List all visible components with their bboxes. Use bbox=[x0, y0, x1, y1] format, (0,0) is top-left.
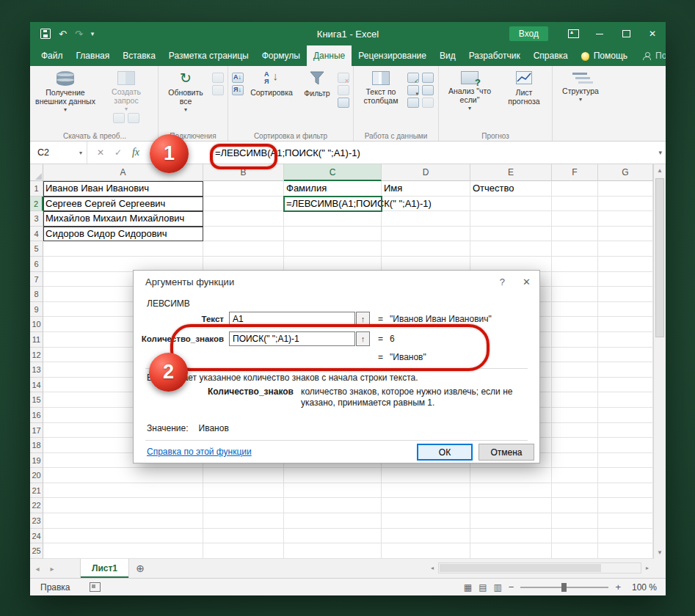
row-header-22[interactable]: 22 bbox=[30, 498, 43, 513]
new-query-button[interactable]: Создать запрос ▾ bbox=[98, 68, 154, 111]
filter-button[interactable]: Фильтр bbox=[299, 68, 335, 130]
hscroll-right-icon[interactable]: ▸ bbox=[641, 565, 653, 571]
cell-F20[interactable] bbox=[552, 468, 598, 483]
cell-A24[interactable] bbox=[43, 529, 203, 544]
cell-D22[interactable] bbox=[382, 498, 470, 513]
zoom-slider[interactable] bbox=[520, 587, 608, 588]
row-header-1[interactable]: 1 bbox=[30, 181, 43, 197]
cell-E24[interactable] bbox=[470, 529, 552, 544]
flash-fill-icon[interactable] bbox=[407, 73, 419, 83]
column-header-D[interactable]: D bbox=[382, 164, 470, 181]
clear-filter-icon[interactable] bbox=[338, 73, 349, 83]
cell-D3[interactable] bbox=[382, 211, 470, 227]
cell-B23[interactable] bbox=[203, 513, 284, 529]
cell-G18[interactable] bbox=[598, 438, 653, 453]
row-header-17[interactable]: 17 bbox=[30, 423, 43, 439]
cell-A21[interactable] bbox=[43, 483, 203, 499]
cell-B4[interactable] bbox=[203, 227, 284, 242]
formula-cancel-icon[interactable]: ✕ bbox=[92, 147, 109, 158]
cell-F22[interactable] bbox=[552, 498, 598, 513]
view-normal-icon[interactable]: ▦ bbox=[464, 582, 472, 593]
cell-A2[interactable]: Сергеев Сергей Сергеевич bbox=[43, 197, 203, 212]
vertical-scroll-thumb[interactable] bbox=[655, 178, 664, 337]
recent-sources-icon[interactable] bbox=[128, 113, 139, 123]
column-header-G[interactable]: G bbox=[598, 164, 653, 181]
cell-F8[interactable] bbox=[552, 287, 598, 302]
cell-F1[interactable] bbox=[552, 181, 598, 197]
cell-B5[interactable] bbox=[203, 241, 284, 257]
cell-A1[interactable]: Иванов Иван Иванович bbox=[43, 181, 203, 197]
cell-G24[interactable] bbox=[598, 529, 653, 544]
cell-B22[interactable] bbox=[203, 498, 284, 513]
cell-A3[interactable]: Михайлов Михаил Михайлович bbox=[43, 211, 203, 227]
cell-G17[interactable] bbox=[598, 423, 653, 439]
cell-E4[interactable] bbox=[470, 227, 552, 242]
cell-G15[interactable] bbox=[598, 392, 653, 408]
cell-G5[interactable] bbox=[598, 241, 653, 257]
cell-E25[interactable] bbox=[470, 543, 552, 559]
cell-B2[interactable] bbox=[203, 197, 284, 212]
row-header-15[interactable]: 15 bbox=[30, 392, 43, 408]
cell-G22[interactable] bbox=[598, 498, 653, 513]
customize-qat-icon[interactable]: ▾ bbox=[91, 31, 95, 37]
scroll-down-icon[interactable]: ▼ bbox=[654, 546, 666, 559]
cell-G8[interactable] bbox=[598, 287, 653, 302]
row-header-21[interactable]: 21 bbox=[30, 483, 43, 499]
row-header-10[interactable]: 10 bbox=[30, 317, 43, 332]
column-header-F[interactable]: F bbox=[552, 164, 598, 181]
refresh-all-button[interactable]: ↻ Обновить все ▾ bbox=[162, 68, 209, 130]
formula-bar-expand-icon[interactable]: ▾ bbox=[658, 142, 662, 164]
cell-F25[interactable] bbox=[552, 543, 598, 559]
forecast-sheet-button[interactable]: Лист прогноза bbox=[500, 68, 548, 130]
cell-E22[interactable] bbox=[470, 498, 552, 513]
zoom-in-icon[interactable]: + bbox=[615, 582, 621, 593]
row-header-7[interactable]: 7 bbox=[30, 272, 43, 287]
row-header-23[interactable]: 23 bbox=[30, 513, 43, 529]
minimize-icon[interactable] bbox=[586, 22, 613, 45]
cell-F9[interactable] bbox=[552, 302, 598, 318]
outline-button[interactable]: Структура ▾ bbox=[556, 68, 605, 130]
tab-Рецензирование[interactable]: Рецензирование bbox=[352, 45, 433, 66]
new-sheet-icon[interactable]: ⊕ bbox=[129, 559, 151, 578]
cell-G14[interactable] bbox=[598, 378, 653, 393]
cell-A5[interactable] bbox=[43, 241, 203, 257]
maximize-icon[interactable] bbox=[613, 22, 639, 45]
row-header-20[interactable]: 20 bbox=[30, 468, 43, 483]
show-queries-icon[interactable] bbox=[113, 113, 125, 123]
dialog-close-icon[interactable]: ✕ bbox=[523, 276, 531, 287]
row-header-18[interactable]: 18 bbox=[30, 438, 43, 453]
cell-G20[interactable] bbox=[598, 468, 653, 483]
cell-F11[interactable] bbox=[552, 332, 598, 348]
cell-G23[interactable] bbox=[598, 513, 653, 529]
cell-D23[interactable] bbox=[382, 513, 470, 529]
insert-function-icon[interactable]: fx bbox=[127, 147, 145, 158]
sheet-tab-list1[interactable]: Лист1 bbox=[80, 559, 129, 578]
row-header-11[interactable]: 11 bbox=[30, 332, 43, 348]
sort-descending-icon[interactable] bbox=[232, 85, 244, 95]
zoom-out-icon[interactable]: − bbox=[509, 582, 514, 593]
get-external-data-button[interactable]: Получение внешних данных ▾ bbox=[35, 68, 95, 130]
cell-C4[interactable] bbox=[284, 227, 382, 242]
cell-D25[interactable] bbox=[382, 543, 470, 559]
cell-F24[interactable] bbox=[552, 529, 598, 544]
cell-G21[interactable] bbox=[598, 483, 653, 499]
tab-Формулы[interactable]: Формулы bbox=[255, 45, 307, 66]
tab-Разметка страницы[interactable]: Разметка страницы bbox=[162, 45, 255, 66]
cell-F19[interactable] bbox=[552, 453, 598, 469]
ribbon-display-options-icon[interactable] bbox=[560, 22, 586, 45]
data-validation-icon[interactable] bbox=[407, 85, 419, 95]
cell-G7[interactable] bbox=[598, 272, 653, 287]
ok-button[interactable]: ОК bbox=[417, 444, 473, 461]
help-link[interactable]: Справка по этой функции bbox=[147, 447, 252, 457]
close-icon[interactable]: ✕ bbox=[639, 22, 666, 45]
consolidate-icon[interactable] bbox=[422, 85, 434, 95]
sort-ascending-icon[interactable] bbox=[232, 73, 244, 83]
tab-Справка[interactable]: Справка bbox=[527, 45, 575, 66]
cell-D24[interactable] bbox=[382, 529, 470, 544]
hscroll-left-icon[interactable]: ◂ bbox=[426, 565, 438, 571]
cell-D1[interactable]: Имя bbox=[382, 181, 470, 197]
advanced-filter-icon[interactable] bbox=[338, 98, 349, 108]
vertical-scrollbar[interactable]: ▲ ▼ bbox=[653, 164, 666, 559]
cancel-button[interactable]: Отмена bbox=[479, 444, 534, 461]
text-to-columns-button[interactable]: Текст по столбцам bbox=[357, 68, 404, 130]
